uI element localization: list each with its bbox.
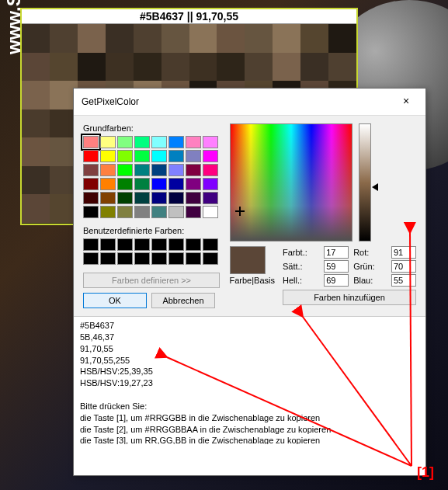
basic-swatch[interactable] (151, 206, 167, 218)
basic-swatch[interactable] (186, 150, 201, 162)
crosshair-icon (235, 207, 245, 216)
basic-swatch[interactable] (203, 206, 218, 218)
basic-swatch[interactable] (134, 206, 150, 218)
dialog-title: GetPixelColor (82, 96, 139, 107)
basic-color-palette (83, 136, 222, 218)
basic-swatch[interactable] (83, 164, 99, 176)
basic-swatch[interactable] (117, 192, 133, 204)
custom-swatch[interactable] (117, 252, 133, 265)
color-field[interactable] (230, 123, 352, 242)
basic-swatch[interactable] (83, 136, 99, 148)
custom-swatch[interactable] (83, 252, 99, 265)
basic-swatch[interactable] (203, 150, 218, 162)
basic-swatch[interactable] (186, 136, 201, 148)
red-label: Rot: (353, 248, 387, 257)
basic-swatch[interactable] (203, 164, 218, 176)
custom-swatch[interactable] (117, 238, 133, 251)
custom-swatch[interactable] (186, 238, 201, 251)
basic-swatch[interactable] (83, 206, 99, 218)
sat-input[interactable] (324, 260, 349, 273)
add-colors-button[interactable]: Farben hinzufügen (283, 290, 416, 305)
basic-swatch[interactable] (100, 136, 116, 148)
sat-label: Sätt.: (283, 262, 319, 271)
hue-input[interactable] (324, 246, 349, 259)
basic-swatch[interactable] (151, 192, 167, 204)
define-colors-button[interactable]: Farben definieren >> (83, 273, 220, 288)
basic-swatch[interactable] (203, 192, 218, 204)
custom-swatch[interactable] (134, 238, 150, 251)
basic-swatch[interactable] (168, 164, 184, 176)
close-button[interactable]: × (393, 93, 419, 110)
custom-swatch[interactable] (83, 238, 99, 251)
custom-color-palette (83, 238, 222, 265)
basic-swatch[interactable] (83, 192, 99, 204)
basic-swatch[interactable] (168, 178, 184, 190)
basic-swatch[interactable] (117, 150, 133, 162)
basic-swatch[interactable] (100, 206, 116, 218)
basic-swatch[interactable] (100, 178, 116, 190)
blu-label: Blau: (353, 276, 387, 285)
custom-swatch[interactable] (134, 252, 150, 265)
color-preview (230, 246, 266, 274)
custom-colors-label: Benutzerdefinierte Farben: (83, 226, 222, 235)
basic-swatch[interactable] (134, 192, 150, 204)
blu-input[interactable] (391, 274, 416, 287)
lum-input[interactable] (324, 274, 349, 287)
basic-swatch[interactable] (186, 206, 201, 218)
custom-swatch[interactable] (186, 252, 201, 265)
annotation-label: [1] (417, 464, 434, 481)
basic-swatch[interactable] (100, 150, 116, 162)
hue-label: Farbt.: (283, 248, 319, 257)
basic-swatch[interactable] (168, 136, 184, 148)
custom-swatch[interactable] (203, 238, 218, 251)
basic-swatch[interactable] (134, 150, 150, 162)
ok-button[interactable]: OK (83, 293, 147, 308)
custom-swatch[interactable] (151, 252, 167, 265)
basic-swatch[interactable] (186, 178, 201, 190)
preview-label: Farbe|Basis (230, 276, 276, 285)
basic-swatch[interactable] (134, 136, 150, 148)
custom-swatch[interactable] (168, 238, 184, 251)
basic-swatch[interactable] (203, 178, 218, 190)
basic-colors-label: Grundfarben: (83, 123, 222, 133)
basic-swatch[interactable] (134, 178, 150, 190)
basic-swatch[interactable] (100, 164, 116, 176)
basic-swatch[interactable] (186, 192, 201, 204)
custom-swatch[interactable] (151, 238, 167, 251)
color-picker-dialog: GetPixelColor × Grundfarben: Benutzerdef… (73, 88, 426, 476)
output-text[interactable]: #5B4637 5B,46,37 91,70,55 91,70,55,255 H… (74, 317, 425, 444)
basic-swatch[interactable] (83, 150, 99, 162)
basic-swatch[interactable] (151, 164, 167, 176)
basic-swatch[interactable] (168, 192, 184, 204)
basic-swatch[interactable] (83, 178, 99, 190)
dialog-titlebar[interactable]: GetPixelColor × (74, 89, 425, 116)
basic-swatch[interactable] (100, 192, 116, 204)
basic-swatch[interactable] (168, 206, 184, 218)
red-input[interactable] (391, 246, 416, 259)
custom-swatch[interactable] (203, 252, 218, 265)
luminance-slider[interactable] (359, 123, 371, 242)
custom-swatch[interactable] (100, 252, 116, 265)
custom-swatch[interactable] (168, 252, 184, 265)
cancel-button[interactable]: Abbrechen (151, 293, 215, 308)
basic-swatch[interactable] (134, 164, 150, 176)
custom-swatch[interactable] (100, 238, 116, 251)
grn-input[interactable] (391, 260, 416, 273)
basic-swatch[interactable] (168, 150, 184, 162)
zoom-title: #5B4637 || 91,70,55 (22, 9, 356, 24)
basic-swatch[interactable] (117, 206, 133, 218)
slider-arrow-icon (372, 183, 378, 191)
basic-swatch[interactable] (117, 178, 133, 190)
basic-swatch[interactable] (203, 136, 218, 148)
basic-swatch[interactable] (117, 164, 133, 176)
grn-label: Grün: (353, 262, 387, 271)
basic-swatch[interactable] (151, 150, 167, 162)
basic-swatch[interactable] (117, 136, 133, 148)
basic-swatch[interactable] (186, 164, 201, 176)
basic-swatch[interactable] (151, 136, 167, 148)
lum-label: Hell.: (283, 276, 319, 285)
basic-swatch[interactable] (151, 178, 167, 190)
